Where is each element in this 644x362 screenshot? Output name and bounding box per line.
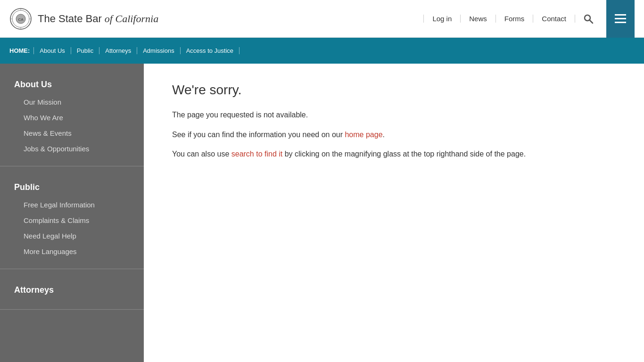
sidebar-item-news-events[interactable]: News & Events [0,125,144,141]
sidebar-item-free-legal-info[interactable]: Free Legal Information [0,197,144,213]
logo-text: The State Bar of California [38,13,158,25]
sidebar-about-us-title: About Us [0,73,144,94]
hamburger-line [615,14,626,16]
sidebar-attorneys-title: Attorneys [0,279,144,300]
svg-line-9 [590,20,593,23]
nav-forms[interactable]: Forms [496,15,534,23]
breadcrumb-about-us[interactable]: About Us [33,47,71,54]
home-page-link[interactable]: home page [345,131,382,139]
top-nav: Log in News Forms Contact [423,15,575,23]
nav-login[interactable]: Log in [423,15,461,23]
nav-contact[interactable]: Contact [533,15,575,23]
error-title: We're sorry. [172,82,616,98]
breadcrumb-admissions[interactable]: Admissions [137,47,180,54]
page-layout: About Us Our Mission Who We Are News & E… [0,64,644,362]
sidebar-item-who-we-are[interactable]: Who We Are [0,110,144,125]
breadcrumb-bar: HOME: About Us Public Attorneys Admissio… [0,38,644,64]
main-content: We're sorry. The page you requested is n… [144,64,644,362]
breadcrumb-home: HOME: [9,47,30,54]
header-right: Log in News Forms Contact [423,0,635,38]
seal-icon: CA [9,8,32,30]
sidebar-section-public: Public Free Legal Information Complaints… [0,166,144,269]
sidebar: About Us Our Mission Who We Are News & E… [0,64,144,362]
sidebar-section-about-us: About Us Our Mission Who We Are News & E… [0,64,144,166]
paragraph3-before: You can also use [172,150,231,158]
logo[interactable]: CA The State Bar of California [9,8,158,30]
search-button[interactable] [575,13,602,25]
sidebar-item-complaints-claims[interactable]: Complaints & Claims [0,213,144,228]
menu-hamburger-button[interactable] [606,0,635,38]
breadcrumb-nav: About Us Public Attorneys Admissions Acc… [33,47,239,54]
site-header: CA The State Bar of California Log in Ne… [0,0,644,38]
paragraph2-after: . [383,131,385,139]
breadcrumb-attorneys[interactable]: Attorneys [99,47,137,54]
sidebar-item-our-mission[interactable]: Our Mission [0,94,144,110]
search-icon [583,13,594,25]
sidebar-item-need-legal-help[interactable]: Need Legal Help [0,228,144,244]
sidebar-public-title: Public [0,176,144,197]
sidebar-item-more-languages[interactable]: More Languages [0,244,144,259]
nav-news[interactable]: News [461,15,496,23]
svg-text:CA: CA [18,17,24,22]
hamburger-line [615,22,626,23]
error-body: The page you requested is not available.… [172,109,616,160]
paragraph1-text: The page you requested is not available. [172,111,308,119]
paragraph3-after: by clicking on the magnifying glass at t… [282,150,526,158]
hamburger-line [615,18,626,19]
sidebar-section-attorneys: Attorneys [0,269,144,310]
paragraph2-before: See if you can find the information you … [172,131,345,139]
search-to-find-link[interactable]: search to find it [231,150,283,158]
sidebar-item-jobs-opportunities[interactable]: Jobs & Opportunities [0,141,144,156]
breadcrumb-access-to-justice[interactable]: Access to Justice [181,47,239,54]
breadcrumb-public[interactable]: Public [71,47,99,54]
